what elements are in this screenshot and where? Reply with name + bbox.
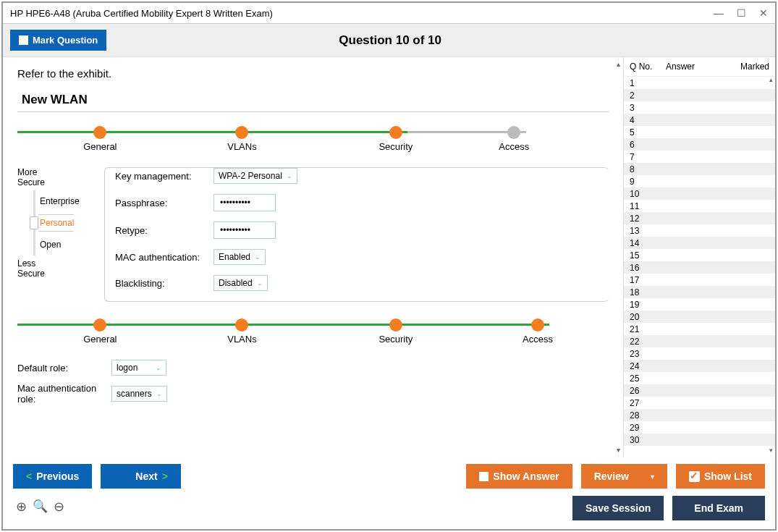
question-row[interactable]: 11 — [624, 200, 775, 212]
less-secure-label: Less Secure — [17, 258, 90, 279]
question-list[interactable]: 1234567891011121314151617181920212223242… — [624, 77, 775, 457]
question-row[interactable]: 7 — [624, 151, 775, 163]
window-title: HP HPE6-A48 (Aruba Certified Mobility Ex… — [10, 8, 714, 19]
mac-auth-select[interactable]: Enabled ⌄ — [213, 249, 266, 265]
slider-personal[interactable]: Personal — [38, 214, 74, 232]
mac-role-select[interactable]: scanners ⌄ — [111, 386, 167, 402]
slider-enterprise[interactable]: Enterprise — [40, 192, 80, 211]
chevron-down-icon: ▾ — [651, 473, 654, 481]
zoom-in-icon[interactable]: ⊕ — [16, 499, 27, 520]
question-row[interactable]: 8 — [624, 163, 775, 175]
chevron-down-icon: ⌄ — [156, 390, 162, 397]
show-list-button[interactable]: Show List — [676, 464, 765, 489]
maximize-icon[interactable]: ☐ — [737, 7, 746, 19]
chevron-left-icon: < — [26, 470, 32, 482]
question-row[interactable]: 3 — [624, 101, 775, 114]
question-row[interactable]: 20 — [624, 311, 775, 323]
chevron-right-icon: > — [162, 470, 168, 482]
question-row[interactable]: 30 — [624, 434, 775, 446]
mac-role-label: Mac authentication role: — [17, 383, 111, 405]
passphrase-input[interactable]: •••••••••• — [213, 194, 276, 211]
question-row[interactable]: 10 — [624, 187, 775, 200]
question-row[interactable]: 29 — [624, 421, 775, 434]
chevron-down-icon: ⌄ — [156, 364, 161, 371]
step-vlans: VLANs — [227, 141, 256, 152]
question-row[interactable]: 9 — [624, 175, 775, 187]
slider-handle-icon[interactable] — [30, 216, 38, 229]
retype-input[interactable]: •••••••••• — [213, 221, 276, 239]
question-row[interactable]: 19 — [624, 298, 775, 311]
question-row[interactable]: 16 — [624, 261, 775, 274]
default-role-label: Default role: — [17, 363, 111, 373]
question-row[interactable]: 2 — [624, 89, 775, 101]
end-exam-button[interactable]: End Exam — [672, 496, 765, 520]
question-row[interactable]: 28 — [624, 409, 775, 421]
answer-header: Answer — [666, 62, 740, 72]
question-row[interactable]: 26 — [624, 384, 775, 397]
mac-auth-label: MAC authentication: — [115, 252, 213, 263]
checkbox-empty-icon — [19, 35, 28, 45]
marked-header: Marked — [740, 62, 769, 72]
question-row[interactable]: 13 — [624, 224, 775, 237]
question-row[interactable]: 27 — [624, 397, 775, 409]
sidebar-scroll-down-icon[interactable]: ▾ — [769, 447, 773, 454]
save-session-button[interactable]: Save Session — [572, 496, 664, 520]
blacklist-label: Blacklisting: — [115, 278, 213, 289]
question-row[interactable]: 6 — [624, 138, 775, 151]
checkbox-empty-icon — [479, 472, 489, 481]
question-row[interactable]: 23 — [624, 347, 775, 360]
question-row[interactable]: 18 — [624, 286, 775, 298]
scroll-up-icon[interactable]: ▴ — [617, 60, 620, 68]
slider-open[interactable]: Open — [40, 235, 61, 254]
question-row[interactable]: 24 — [624, 360, 775, 372]
stepper-bottom: General VLANs Security Access — [17, 316, 609, 345]
key-management-select[interactable]: WPA-2 Personal ⌄ — [213, 168, 297, 184]
review-button[interactable]: Review ▾ — [581, 464, 667, 489]
key-management-label: Key management: — [115, 171, 213, 182]
show-answer-button[interactable]: Show Answer — [466, 464, 572, 489]
refer-text: Refer to the exhibit. — [17, 67, 609, 80]
question-row[interactable]: 22 — [624, 335, 775, 347]
next-button[interactable]: Next > — [101, 464, 181, 489]
zoom-out-icon[interactable]: ⊖ — [54, 499, 64, 520]
question-row[interactable]: 21 — [624, 323, 775, 335]
question-row[interactable]: 12 — [624, 212, 775, 224]
chevron-down-icon: ⌄ — [287, 172, 292, 180]
checkbox-checked-icon — [689, 471, 700, 482]
retype-label: Retype: — [115, 225, 213, 236]
mark-question-button[interactable]: Mark Question — [10, 30, 106, 51]
main-panel: ▴ Refer to the exhibit. New WLAN General… — [3, 57, 623, 457]
chevron-down-icon: ⌄ — [257, 279, 263, 287]
chevron-down-icon: ⌄ — [255, 253, 261, 261]
step-general: General — [83, 141, 117, 152]
question-row[interactable]: 14 — [624, 237, 775, 249]
footer: < Previous Next > Show Answer Review ▾ S… — [3, 457, 775, 496]
divider — [17, 111, 609, 112]
question-row[interactable]: 17 — [624, 274, 775, 286]
wlan-title: New WLAN — [17, 93, 609, 107]
question-row[interactable]: 25 — [624, 372, 775, 384]
sidebar-scroll-up-icon[interactable]: ▴ — [769, 76, 773, 83]
question-row[interactable]: 1 — [624, 77, 775, 89]
step-access-2: Access — [523, 334, 553, 345]
default-role-select[interactable]: logon ⌄ — [111, 360, 166, 376]
question-counter: Question 10 of 10 — [106, 33, 674, 48]
close-icon[interactable]: ✕ — [759, 7, 768, 19]
step-security: Security — [379, 141, 413, 152]
qno-header: Q No. — [630, 62, 666, 72]
header-row: Mark Question Question 10 of 10 — [3, 24, 775, 57]
security-slider: More Secure Enterprise Personal Open Les… — [17, 167, 90, 302]
previous-button[interactable]: < Previous — [13, 464, 92, 489]
question-row[interactable]: 5 — [624, 126, 775, 138]
question-row[interactable]: 4 — [624, 114, 775, 126]
mark-question-label: Mark Question — [33, 35, 98, 46]
minimize-icon[interactable]: — — [714, 7, 724, 19]
step-general-2: General — [83, 334, 117, 345]
question-list-sidebar: Q No. Answer Marked 12345678910111213141… — [623, 57, 775, 457]
blacklist-select[interactable]: Disabled ⌄ — [213, 275, 268, 291]
scroll-down-icon[interactable]: ▾ — [617, 446, 620, 454]
step-security-2: Security — [379, 334, 413, 345]
question-row[interactable]: 15 — [624, 249, 775, 261]
zoom-reset-icon[interactable]: 🔍 — [33, 499, 48, 520]
zoom-controls: ⊕ 🔍 ⊖ — [3, 496, 77, 529]
